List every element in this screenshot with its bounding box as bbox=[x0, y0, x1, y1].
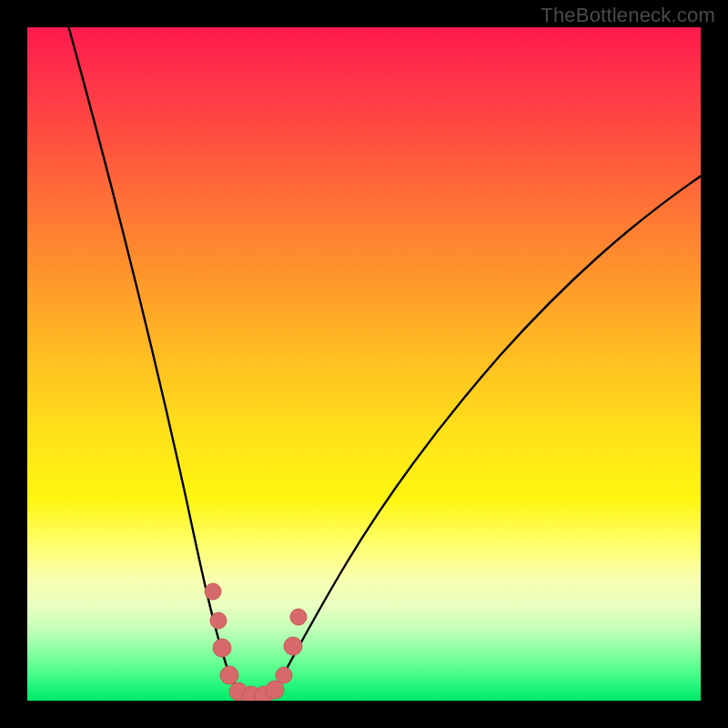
marker-dot bbox=[213, 639, 231, 657]
curve-left-branch bbox=[64, 27, 251, 700]
marker-dot bbox=[276, 667, 292, 683]
marker-dot bbox=[205, 583, 221, 600]
marker-dot bbox=[220, 666, 238, 684]
marker-dot bbox=[284, 637, 302, 655]
chart-frame: TheBottleneck.com bbox=[0, 0, 728, 728]
watermark-text: TheBottleneck.com bbox=[541, 4, 715, 27]
plot-area bbox=[27, 27, 701, 701]
marker-cluster bbox=[205, 583, 307, 701]
bottleneck-curve-svg bbox=[27, 27, 701, 701]
marker-dot bbox=[290, 609, 307, 625]
curve-right-branch bbox=[251, 173, 701, 700]
marker-dot bbox=[210, 612, 227, 629]
